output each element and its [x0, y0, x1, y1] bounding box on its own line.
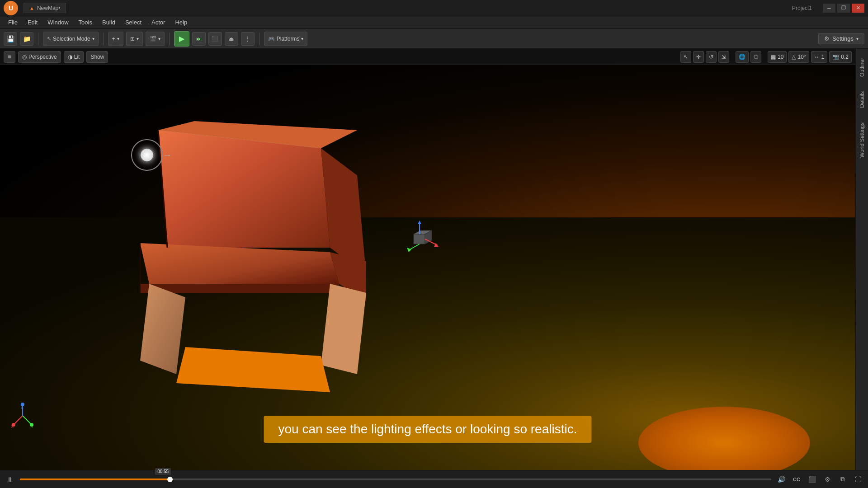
- save-button[interactable]: 💾: [4, 32, 17, 46]
- fullscreen-button[interactable]: ⛶: [852, 473, 864, 486]
- rotate-icon: ↺: [709, 54, 713, 60]
- svg-marker-5: [140, 284, 339, 293]
- fullscreen-icon: ⛶: [855, 476, 861, 483]
- svg-line-22: [23, 416, 32, 425]
- svg-marker-16: [418, 221, 421, 224]
- light-source-object: →: [131, 139, 163, 171]
- select-mode-button[interactable]: ↖: [680, 51, 691, 63]
- browse-button[interactable]: 📁: [20, 32, 33, 46]
- world-settings-panel-tab[interactable]: World Settings: [857, 117, 867, 163]
- menu-edit[interactable]: Edit: [23, 18, 42, 27]
- viewport-toolbar-right: ↖ ✛ ↺ ⇲ 🌐 ⬡ ▦: [680, 51, 852, 63]
- snap-button[interactable]: ⊞ ▾: [126, 32, 143, 46]
- lit-button[interactable]: ◑ Lit: [64, 51, 84, 63]
- world-icon: 🌐: [739, 54, 745, 60]
- snap-icon: ⊞: [130, 36, 135, 42]
- pause-button[interactable]: ⏸: [4, 473, 16, 486]
- play-button[interactable]: ▶: [174, 31, 189, 47]
- show-button[interactable]: Show: [86, 51, 108, 63]
- menu-window[interactable]: Window: [43, 18, 73, 27]
- tab-area: ▲ NewMap•: [24, 3, 66, 13]
- viewport[interactable]: →: [0, 49, 855, 470]
- svg-marker-8: [176, 347, 330, 392]
- transform-gizmo: [402, 221, 439, 257]
- rotate-button[interactable]: ↺: [706, 51, 717, 63]
- add-icon: +: [112, 36, 115, 42]
- platforms-button[interactable]: 🎮 Platforms ▾: [264, 32, 308, 46]
- screen-button[interactable]: ⬛: [806, 473, 818, 486]
- camera-icon: 📷: [832, 54, 839, 60]
- menu-tools[interactable]: Tools: [74, 18, 97, 27]
- viewport-container: →: [0, 49, 868, 470]
- grid-value: 10: [778, 54, 783, 60]
- screen-icon: ⬛: [808, 476, 816, 483]
- video-settings-icon: ⚙: [825, 476, 830, 483]
- show-label: Show: [90, 54, 104, 60]
- restore-button[interactable]: ❐: [837, 4, 850, 13]
- map-tab-label: NewMap•: [37, 5, 61, 11]
- skip-button[interactable]: ⏭: [192, 32, 206, 46]
- menu-build[interactable]: Build: [98, 18, 120, 27]
- add-actor-button[interactable]: + ▾: [108, 32, 123, 46]
- toolbar-right: ⚙ Settings ▾: [818, 33, 864, 44]
- settings-chevron: ▾: [856, 36, 859, 41]
- settings-button[interactable]: ⚙ Settings ▾: [818, 33, 864, 44]
- grid-button[interactable]: ▦ 10: [768, 51, 787, 63]
- stop-button[interactable]: ⬛: [208, 32, 222, 46]
- scale-snap-button[interactable]: ↔ 1: [811, 51, 828, 63]
- viewport-menu-button[interactable]: ≡: [4, 51, 15, 63]
- stop-icon: ⬛: [212, 36, 218, 42]
- selection-mode-button[interactable]: ↖ Selection Mode ▾: [43, 32, 99, 46]
- orb-inner-sphere: [141, 149, 153, 161]
- camera-speed-button[interactable]: 📷 0.2: [829, 51, 852, 63]
- toolbar: 💾 📁 ↖ Selection Mode ▾ + ▾ ⊞ ▾ 🎬 ▾ ▶ ⏭ ⬛…: [0, 29, 868, 49]
- menu-select[interactable]: Select: [121, 18, 146, 27]
- scale-button[interactable]: ⇲: [718, 51, 729, 63]
- window-controls: Project1 ─ ❐ ✕: [792, 4, 864, 13]
- angle-icon: △: [792, 54, 796, 60]
- svg-marker-0: [158, 130, 330, 248]
- perspective-icon: ◎: [22, 54, 27, 60]
- menu-help[interactable]: Help: [170, 18, 192, 27]
- svg-rect-12: [414, 234, 425, 244]
- pip-icon: ⧉: [840, 475, 845, 483]
- svg-line-21: [14, 416, 23, 425]
- cc-button[interactable]: CC: [790, 473, 803, 486]
- cine-button[interactable]: 🎬 ▾: [146, 32, 165, 46]
- progress-bar[interactable]: 00:55: [20, 479, 771, 480]
- eject-icon: ⏏: [229, 36, 234, 42]
- video-settings-button[interactable]: ⚙: [821, 473, 834, 486]
- close-button[interactable]: ✕: [852, 4, 864, 13]
- minimize-button[interactable]: ─: [823, 4, 835, 13]
- toolbar-separator-4: [259, 33, 259, 45]
- svg-text:Y: Y: [31, 424, 33, 429]
- map-tab[interactable]: ▲ NewMap•: [24, 3, 66, 13]
- menu-file[interactable]: File: [4, 18, 22, 27]
- toolbar-separator-3: [169, 33, 170, 45]
- grid-icon: ▦: [771, 54, 776, 60]
- perspective-button[interactable]: ◎ Perspective: [18, 51, 61, 63]
- eject-button[interactable]: ⏏: [225, 32, 238, 46]
- world-local-button[interactable]: 🌐: [736, 51, 749, 63]
- selection-mode-icon: ↖: [47, 36, 51, 42]
- angle-value: 10°: [797, 54, 806, 60]
- menubar: File Edit Window Tools Build Select Acto…: [0, 16, 868, 29]
- project-title: Project1: [792, 5, 812, 11]
- subtitle-text: you can see the lighting effects or look…: [264, 416, 592, 443]
- details-panel-tab[interactable]: Details: [857, 86, 867, 113]
- platforms-icon: 🎮: [268, 36, 275, 42]
- volume-button[interactable]: 🔊: [775, 473, 788, 486]
- surface-snapping-button[interactable]: ⬡: [750, 51, 761, 63]
- pip-button[interactable]: ⧉: [836, 473, 849, 486]
- menu-actor[interactable]: Actor: [147, 18, 170, 27]
- outliner-panel-tab[interactable]: Outliner: [857, 52, 867, 82]
- more-options-button[interactable]: ⋮: [241, 32, 255, 46]
- svg-text:Z: Z: [21, 405, 24, 409]
- scale-icon: ⇲: [722, 54, 726, 60]
- translate-button[interactable]: ✛: [693, 51, 704, 63]
- scale-snap-icon: ↔: [814, 54, 820, 60]
- ue-logo-icon: U: [4, 1, 18, 15]
- svg-text:X: X: [11, 424, 14, 429]
- angle-snap-button[interactable]: △ 10°: [788, 51, 809, 63]
- svg-marker-20: [407, 248, 411, 252]
